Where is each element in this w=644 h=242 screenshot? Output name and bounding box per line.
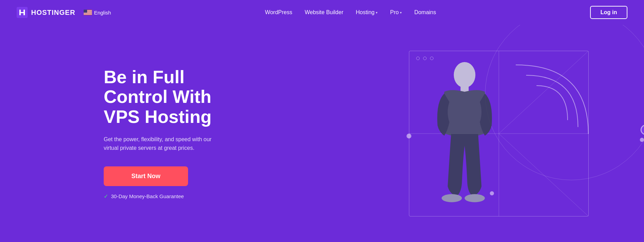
navbar-left: HOSTINGER English	[17, 7, 111, 18]
flag-icon	[84, 10, 92, 15]
navbar-nav: WordPress Website Builder Hosting ▾ Pro …	[265, 9, 436, 16]
language-label: English	[94, 10, 111, 16]
hostinger-logo-icon	[17, 7, 28, 18]
nav-item-hosting[interactable]: Hosting ▾	[356, 9, 377, 16]
deco-circle-accent	[641, 125, 644, 135]
svg-rect-5	[84, 13, 92, 13]
deco-dot-left	[407, 134, 411, 138]
person-figure	[430, 58, 499, 213]
logo-text: HOSTINGER	[31, 9, 75, 17]
svg-point-15	[441, 194, 462, 202]
start-now-button[interactable]: Start Now	[104, 166, 188, 186]
svg-rect-6	[84, 13, 92, 14]
hero-title: Be in Full Control With VPS Hosting	[104, 67, 249, 127]
guarantee-wrapper: ✓ 30-Day Money-Back Guarantee	[104, 193, 249, 200]
language-selector[interactable]: English	[84, 10, 111, 16]
navbar-right: Log in	[590, 6, 627, 19]
hero-cta-wrapper: Start Now	[104, 166, 249, 193]
deco-dot-right	[640, 138, 644, 142]
hero-visual	[381, 25, 616, 242]
nav-item-wordpress[interactable]: WordPress	[265, 9, 292, 16]
hosting-chevron-icon: ▾	[376, 11, 377, 14]
pro-chevron-icon: ▾	[400, 11, 402, 14]
svg-point-13	[454, 62, 476, 87]
hero-subtitle: Get the power, flexibility, and speed wi…	[104, 135, 221, 153]
checkmark-icon: ✓	[104, 193, 108, 200]
svg-rect-7	[84, 14, 92, 15]
nav-item-domains[interactable]: Domains	[414, 9, 436, 16]
guarantee-text: 30-Day Money-Back Guarantee	[111, 193, 184, 199]
login-button[interactable]: Log in	[590, 6, 627, 19]
nav-item-pro[interactable]: Pro ▾	[390, 9, 402, 16]
nav-item-website-builder[interactable]: Website Builder	[305, 9, 343, 16]
browser-frame	[409, 51, 589, 216]
hero-content: Be in Full Control With VPS Hosting Get …	[104, 67, 249, 200]
signal-arcs	[509, 58, 592, 137]
navbar: HOSTINGER English WordPress Website Buil…	[0, 0, 644, 25]
svg-line-12	[499, 134, 588, 216]
svg-point-16	[465, 194, 485, 202]
logo[interactable]: HOSTINGER	[17, 7, 75, 18]
svg-rect-8	[84, 10, 87, 13]
hero-section: Be in Full Control With VPS Hosting Get …	[0, 25, 644, 242]
